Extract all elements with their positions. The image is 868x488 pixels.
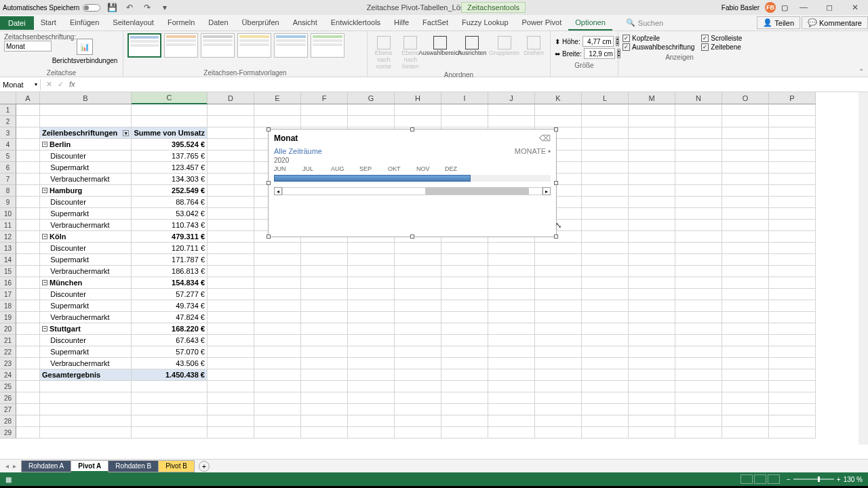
- cell[interactable]: [301, 404, 348, 415]
- cell[interactable]: [16, 220, 40, 231]
- cell[interactable]: [582, 323, 629, 335]
- file-menu[interactable]: Datei: [0, 16, 34, 30]
- cell[interactable]: [40, 415, 132, 427]
- cell[interactable]: [769, 220, 816, 231]
- cell[interactable]: [675, 381, 722, 392]
- column-header[interactable]: G: [348, 92, 395, 104]
- cell[interactable]: [348, 300, 395, 312]
- cell[interactable]: [488, 243, 535, 254]
- cell[interactable]: [488, 392, 535, 404]
- selection-pane-button[interactable]: Auswahlbereich: [425, 33, 455, 56]
- cell[interactable]: [675, 231, 722, 243]
- cell[interactable]: [348, 104, 395, 116]
- cell[interactable]: [395, 369, 441, 381]
- cell[interactable]: [629, 369, 675, 381]
- cell[interactable]: [208, 231, 254, 243]
- column-header[interactable]: F: [301, 92, 348, 104]
- cell[interactable]: [582, 208, 629, 220]
- cell[interactable]: [582, 300, 629, 312]
- cell[interactable]: [629, 174, 675, 185]
- cell[interactable]: [488, 289, 535, 300]
- contextual-tab[interactable]: Zeitachsentools: [461, 2, 526, 13]
- cell[interactable]: Discounter: [40, 197, 132, 208]
- cell[interactable]: [254, 381, 301, 392]
- cell[interactable]: [769, 243, 816, 254]
- cell[interactable]: [722, 323, 769, 335]
- cell[interactable]: [395, 116, 441, 127]
- cell[interactable]: [769, 404, 816, 415]
- cell[interactable]: [441, 381, 488, 392]
- cell[interactable]: [769, 335, 816, 346]
- cell[interactable]: [535, 381, 582, 392]
- style-gallery[interactable]: [127, 33, 344, 58]
- cell[interactable]: [16, 231, 40, 243]
- row-header[interactable]: 13: [0, 243, 16, 254]
- cell[interactable]: [254, 243, 301, 254]
- cell[interactable]: [254, 358, 301, 369]
- cell[interactable]: [769, 381, 816, 392]
- cell[interactable]: [629, 277, 675, 289]
- cell[interactable]: [535, 312, 582, 323]
- share-button[interactable]: 👤Teilen: [757, 16, 800, 29]
- cell[interactable]: [675, 358, 722, 369]
- cell[interactable]: [629, 243, 675, 254]
- cell[interactable]: [348, 381, 395, 392]
- cell[interactable]: 47.824 €: [132, 312, 208, 323]
- cell[interactable]: [208, 116, 254, 127]
- timeline-scrollbar[interactable]: [282, 187, 542, 195]
- cell[interactable]: [40, 392, 132, 404]
- cell[interactable]: [488, 323, 535, 335]
- cell[interactable]: [769, 116, 816, 127]
- cell[interactable]: [629, 358, 675, 369]
- cell[interactable]: [16, 104, 40, 116]
- cell[interactable]: [16, 381, 40, 392]
- cell[interactable]: [254, 323, 301, 335]
- cell[interactable]: [582, 369, 629, 381]
- cell[interactable]: 110.743 €: [132, 220, 208, 231]
- cell[interactable]: [629, 150, 675, 162]
- cell[interactable]: [208, 220, 254, 231]
- cell[interactable]: [254, 254, 301, 266]
- cell[interactable]: [535, 243, 582, 254]
- cell[interactable]: [722, 427, 769, 439]
- cell[interactable]: [254, 427, 301, 439]
- cell[interactable]: [301, 335, 348, 346]
- sheet-nav-next-icon[interactable]: ▸: [13, 462, 16, 470]
- cell[interactable]: [441, 323, 488, 335]
- cell[interactable]: [582, 427, 629, 439]
- cell[interactable]: 123.457 €: [132, 162, 208, 174]
- cell[interactable]: [254, 277, 301, 289]
- cell[interactable]: [769, 208, 816, 220]
- cell[interactable]: [629, 127, 675, 139]
- cell[interactable]: [722, 231, 769, 243]
- cell[interactable]: [208, 346, 254, 358]
- cell[interactable]: [348, 116, 395, 127]
- cell[interactable]: [675, 277, 722, 289]
- cell[interactable]: [769, 427, 816, 439]
- cell[interactable]: [40, 404, 132, 415]
- cell[interactable]: [722, 104, 769, 116]
- row-header[interactable]: 27: [0, 404, 16, 415]
- timeline-style-1[interactable]: [164, 33, 198, 58]
- cell[interactable]: [441, 243, 488, 254]
- row-header[interactable]: 23: [0, 358, 16, 369]
- row-header[interactable]: 7: [0, 174, 16, 185]
- ribbon-collapse-icon[interactable]: ⌃: [859, 68, 864, 75]
- row-header[interactable]: 12: [0, 231, 16, 243]
- cell[interactable]: [488, 254, 535, 266]
- cell[interactable]: [675, 104, 722, 116]
- row-header[interactable]: 22: [0, 346, 16, 358]
- cell[interactable]: [208, 127, 254, 139]
- cell[interactable]: [722, 289, 769, 300]
- cell[interactable]: [301, 346, 348, 358]
- cell[interactable]: [488, 335, 535, 346]
- cell[interactable]: [254, 404, 301, 415]
- cell[interactable]: [395, 312, 441, 323]
- cell[interactable]: [208, 300, 254, 312]
- cell[interactable]: [629, 300, 675, 312]
- cell[interactable]: [675, 197, 722, 208]
- cell[interactable]: [301, 254, 348, 266]
- cell[interactable]: [16, 127, 40, 139]
- cell[interactable]: [675, 404, 722, 415]
- cell[interactable]: [675, 346, 722, 358]
